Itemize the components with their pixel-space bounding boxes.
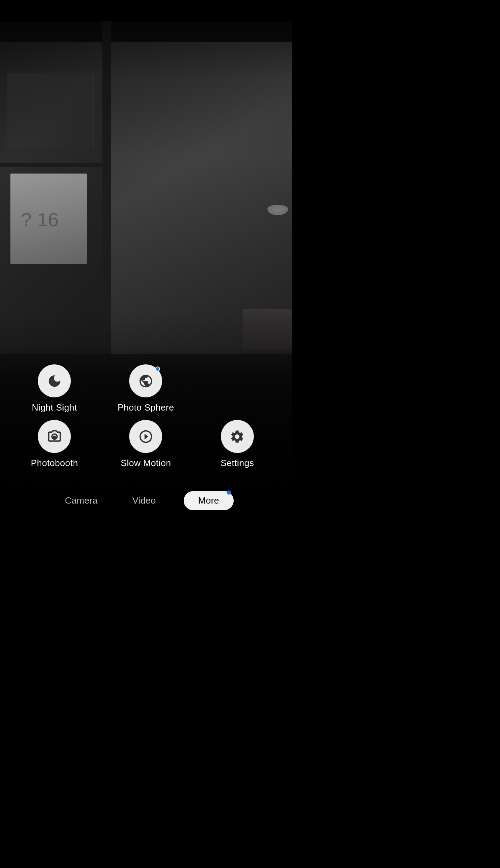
night-sight-label: Night Sight	[32, 402, 77, 413]
nav-camera[interactable]: Camera	[58, 491, 105, 510]
status-bar	[0, 0, 292, 21]
slow-motion-icon	[138, 429, 153, 444]
night-sight-icon-circle	[38, 364, 71, 397]
mode-photo-sphere[interactable]: Photo Sphere	[102, 364, 190, 413]
moon-icon	[47, 373, 62, 389]
photobooth-icon-circle	[38, 420, 71, 453]
modes-row-2: Photobooth Slow Motion Settings	[10, 420, 281, 469]
bottom-nav: Camera Video More	[0, 491, 292, 510]
photo-sphere-icon	[138, 373, 153, 389]
photobooth-icon	[47, 429, 62, 444]
nav-video[interactable]: Video	[125, 491, 163, 510]
photo-sphere-blue-dot	[155, 366, 160, 371]
mode-night-sight[interactable]: Night Sight	[10, 364, 98, 413]
modes-row-1: Night Sight Photo Sphere	[10, 364, 281, 413]
photo-sphere-label: Photo Sphere	[118, 402, 174, 413]
modes-container: Night Sight Photo Sphere	[0, 364, 292, 475]
photo-sphere-icon-circle	[129, 364, 162, 397]
nav-more[interactable]: More	[184, 491, 234, 510]
mode-slow-motion[interactable]: Slow Motion	[102, 420, 190, 469]
settings-label: Settings	[220, 458, 254, 469]
more-blue-dot	[227, 490, 231, 495]
settings-icon-circle	[221, 420, 254, 453]
slow-motion-icon-circle	[129, 420, 162, 453]
slow-motion-label: Slow Motion	[121, 458, 171, 469]
mode-settings[interactable]: Settings	[193, 420, 281, 469]
mode-empty-1	[193, 364, 281, 413]
mode-photobooth[interactable]: Photobooth	[10, 420, 98, 469]
gear-icon	[230, 429, 245, 444]
photobooth-label: Photobooth	[31, 458, 78, 469]
